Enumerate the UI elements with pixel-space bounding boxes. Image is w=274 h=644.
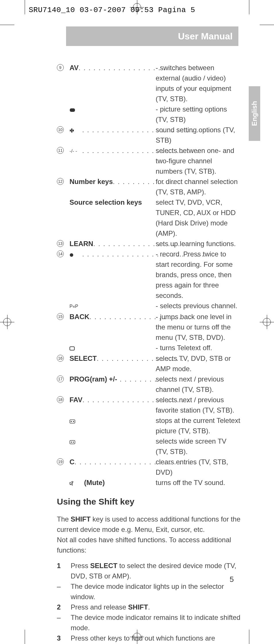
description: selects wide screen TV (TV, STB). xyxy=(156,436,241,457)
term: LEARN xyxy=(70,240,93,248)
crop-mark xyxy=(14,0,25,14)
page-title: User Manual xyxy=(66,26,238,46)
svg-marker-11 xyxy=(73,441,74,443)
description: - jumps back one level in the menu or tu… xyxy=(156,312,241,343)
description: - picture setting options (TV, STB) xyxy=(156,104,241,125)
widescreen-icon xyxy=(70,437,82,447)
registration-mark xyxy=(260,315,274,329)
description: selects TV, DVD, STB or AMP mode. xyxy=(156,353,241,374)
list-subitem: stops at the current Teletext picture (T… xyxy=(57,415,241,436)
page-number: 5 xyxy=(230,575,234,584)
svg-rect-3 xyxy=(73,130,74,131)
svg-point-4 xyxy=(70,253,73,257)
list-item: 16 SELECT. . . . . . . . . . . . . . . .… xyxy=(57,353,241,374)
list-subitem: P«P - selects previous channel. xyxy=(57,301,241,312)
item-number: 19 xyxy=(57,458,64,465)
list-item: 11 -/- -. . . . . . . . . . . . . . . . … xyxy=(57,145,241,177)
item-number: 16 xyxy=(57,355,64,362)
list-item: 13 LEARN. . . . . . . . . . . . . . . . … xyxy=(57,239,241,249)
section-heading: Using the Shift key xyxy=(57,497,241,507)
previous-channel-icon: P«P xyxy=(70,301,82,312)
record-icon xyxy=(70,250,82,260)
item-number: 9 xyxy=(57,64,64,71)
steps-list: 1Press SELECT to select the desired devi… xyxy=(57,561,241,644)
list-item: 19 C. . . . . . . . . . . . . . . . . . … xyxy=(57,457,241,478)
list-item: 10 . . . . . . . . . . . . . . . . . . .… xyxy=(57,125,241,145)
list-subitem: - picture setting options (TV, STB) xyxy=(57,104,241,125)
description: - turns Teletext off. xyxy=(156,343,241,354)
description: selects next / previous favorite station… xyxy=(156,395,241,415)
item-number: 15 xyxy=(57,313,64,320)
page: SRU7140_10 03-07-2007 09:53 Pagina 5 Use… xyxy=(0,0,274,644)
svg-rect-9 xyxy=(70,440,75,444)
description: - selects previous channel. xyxy=(156,301,241,312)
term: SELECT xyxy=(70,354,97,362)
description: turns off the TV sound. xyxy=(156,478,241,488)
description: clears entries (TV, STB, DVD) xyxy=(156,457,241,478)
svg-marker-10 xyxy=(71,441,72,443)
svg-rect-0 xyxy=(70,108,75,112)
registration-mark xyxy=(0,315,14,329)
mute-icon xyxy=(70,478,82,488)
list-item: 14 . . . . . . . . . . . . . . . . . . .… xyxy=(57,249,241,301)
crop-mark xyxy=(0,14,14,25)
description: selects between one- and two-figure chan… xyxy=(156,145,241,177)
item-number: 10 xyxy=(57,126,64,133)
list-subitem: Source selection keys select TV, DVD, VC… xyxy=(57,197,241,239)
svg-rect-2 xyxy=(71,129,72,133)
term: Source selection keys xyxy=(70,198,142,206)
description: sound setting options (TV, STB) xyxy=(156,125,241,145)
description: sets up learning functions. xyxy=(156,239,241,249)
description: select TV, DVD, VCR, TUNER, CD, AUX or H… xyxy=(156,197,241,239)
term: PROG(ram) +/- xyxy=(70,375,117,383)
crop-mark xyxy=(260,14,274,25)
language-tab: English xyxy=(249,86,260,141)
list-subitem: (Mute) turns off the TV sound. xyxy=(57,478,241,488)
list-subitem: - turns Teletext off. xyxy=(57,343,241,354)
content: 9 AV. . . . . . . . . . . . . . . . . . … xyxy=(57,63,241,644)
term: BACK xyxy=(70,313,89,321)
digit-entry-icon: -/- - xyxy=(70,146,82,156)
description: for direct channel selection (TV, STB, A… xyxy=(156,177,241,197)
teletext-hold-icon xyxy=(70,416,82,426)
svg-point-8 xyxy=(73,421,74,422)
item-number: 11 xyxy=(57,147,64,154)
sound-settings-icon xyxy=(70,125,82,136)
term: AV xyxy=(70,64,79,72)
list-subitem: selects wide screen TV (TV, STB). xyxy=(57,436,241,457)
print-slug: SRU7140_10 03-07-2007 09:53 Pagina 5 xyxy=(29,6,195,14)
paragraph: The SHIFT key is used to access addition… xyxy=(57,514,241,535)
picture-settings-icon xyxy=(70,105,82,115)
paragraph: Not all codes have shifted functions. To… xyxy=(57,535,241,555)
description: - switches between external (audio / vid… xyxy=(156,63,241,104)
term: Number keys xyxy=(70,178,113,185)
description: stops at the current Teletext picture (T… xyxy=(156,415,241,436)
icon-label: (Mute) xyxy=(84,479,105,486)
list-item: 9 AV. . . . . . . . . . . . . . . . . . … xyxy=(57,63,241,104)
list-item: 17 PROG(ram) +/- . . . . . . . . . . sel… xyxy=(57,374,241,395)
svg-rect-1 xyxy=(70,130,71,131)
item-number: 18 xyxy=(57,396,64,403)
note: –The device mode indicator lights up in … xyxy=(57,581,241,602)
note: –The device mode indicator remains lit t… xyxy=(57,612,241,633)
item-number: 14 xyxy=(57,250,64,257)
crop-mark xyxy=(14,630,25,644)
item-number: 17 xyxy=(57,375,64,382)
term: FAV xyxy=(70,396,82,404)
step: 1Press SELECT to select the desired devi… xyxy=(57,561,241,581)
svg-rect-5 xyxy=(70,347,74,350)
svg-line-13 xyxy=(70,482,74,485)
list-item: 12 Number keys. . . . . . . . . . . . . … xyxy=(57,177,241,197)
item-number: 13 xyxy=(57,240,64,247)
svg-rect-6 xyxy=(70,420,75,423)
teletext-off-icon xyxy=(70,343,82,353)
crop-mark xyxy=(249,630,260,644)
description: selects next / previous channel (TV, STB… xyxy=(156,374,241,395)
list-item: 18 FAV. . . . . . . . . . . . . . . . . … xyxy=(57,395,241,415)
crop-mark xyxy=(249,0,260,14)
svg-point-7 xyxy=(71,421,72,422)
term: C xyxy=(70,458,74,466)
step: 3Press other keys to find out which func… xyxy=(57,633,241,644)
list-item: 15 BACK. . . . . . . . . . . . . . . . .… xyxy=(57,312,241,343)
step: 2Press and release SHIFT. xyxy=(57,602,241,612)
